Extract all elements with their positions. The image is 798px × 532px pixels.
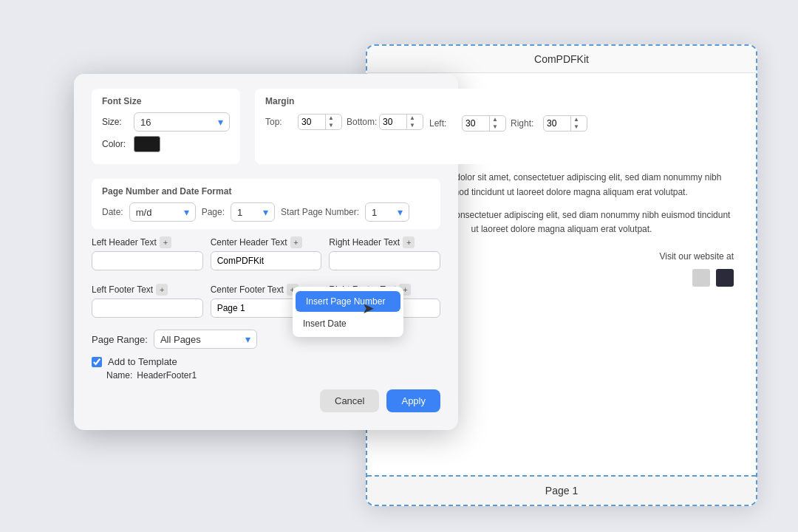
mouse-cursor: ➤ [362, 299, 375, 317]
add-template-label: Add to Template [108, 356, 177, 367]
top-spin[interactable]: ▲ ▼ [298, 114, 342, 130]
right-decrement[interactable]: ▼ [571, 123, 582, 131]
start-dropdown-arrow: ▾ [398, 206, 403, 218]
date-select[interactable]: m/d ▾ [129, 202, 196, 222]
right-label: Right: [511, 118, 539, 129]
right-increment[interactable]: ▲ [571, 116, 582, 123]
size-dropdown-arrow: ▾ [218, 116, 223, 128]
top-input[interactable] [299, 115, 325, 129]
left-header-group: Left Header Text + [92, 236, 203, 270]
add-template-checkbox[interactable] [92, 357, 102, 367]
start-label: Start Page Number: [281, 207, 359, 217]
color-picker[interactable] [134, 136, 160, 152]
date-dropdown-arrow: ▾ [184, 206, 189, 218]
swatch-light [692, 269, 710, 287]
left-label: Left: [429, 118, 457, 129]
size-label: Size: [102, 117, 128, 127]
insert-page-number-option[interactable]: Insert Page Number [296, 291, 400, 312]
color-label: Color: [102, 139, 128, 149]
page-label: Page: [202, 207, 225, 217]
left-footer-add-button[interactable]: + [156, 284, 168, 296]
header-footer-dialog: Font Size Size: 16 ▾ Color: Margin Top: [74, 74, 458, 430]
dialog-footer: Cancel Apply [92, 389, 440, 412]
insert-dropdown: Insert Page Number Insert Date [293, 287, 403, 337]
apply-button[interactable]: Apply [386, 389, 440, 412]
template-name-value: HeaderFooter1 [137, 370, 197, 381]
insert-date-option[interactable]: Insert Date [293, 313, 403, 334]
app-title: ComPDFKit [534, 53, 589, 65]
right-header-input[interactable] [329, 251, 440, 270]
top-decrement[interactable]: ▼ [326, 122, 336, 129]
page-dropdown-arrow: ▾ [263, 206, 268, 218]
template-name-row: Name: HeaderFooter1 [106, 370, 440, 381]
margin-section: Margin Top: ▲ ▼ Bottom: [255, 89, 598, 164]
font-size-label: Font Size [102, 96, 230, 106]
format-section: Page Number and Date Format Date: m/d ▾ … [92, 179, 440, 229]
bottom-label: Bottom: [347, 117, 375, 127]
left-header-input[interactable] [92, 251, 203, 270]
template-name-label: Name: [106, 370, 132, 381]
start-select[interactable]: 1 ▾ [365, 202, 409, 222]
top-label: Top: [265, 117, 293, 127]
right-input[interactable] [544, 116, 570, 131]
page-range-arrow: ▾ [245, 333, 250, 345]
date-label: Date: [102, 207, 123, 217]
center-header-label: Center Header Text [211, 237, 287, 248]
page-range-label: Page Range: [92, 334, 148, 345]
pdf-footer: Page 1 [367, 475, 756, 505]
template-row: Add to Template [92, 356, 440, 367]
right-header-label: Right Header Text [329, 237, 400, 248]
left-footer-label: Left Footer Text [92, 284, 153, 295]
right-spin[interactable]: ▲ ▼ [543, 115, 587, 132]
center-header-add-button[interactable]: + [290, 236, 302, 248]
cancel-button[interactable]: Cancel [320, 389, 379, 412]
bottom-input[interactable] [380, 115, 406, 129]
pdf-watermark: @architecture [755, 368, 757, 414]
left-footer-input[interactable] [92, 299, 203, 318]
size-select[interactable]: 16 ▾ [134, 112, 230, 132]
left-footer-group: Left Footer Text + [92, 284, 203, 318]
format-label: Page Number and Date Format [102, 186, 430, 197]
margin-label: Margin [265, 96, 587, 106]
font-size-section: Font Size Size: 16 ▾ Color: [92, 89, 240, 164]
right-header-group: Right Header Text + [329, 236, 440, 270]
left-increment[interactable]: ▲ [490, 116, 500, 123]
bottom-increment[interactable]: ▲ [407, 115, 417, 122]
left-header-add-button[interactable]: + [160, 236, 171, 248]
bottom-decrement[interactable]: ▼ [407, 122, 417, 129]
center-footer-label: Center Footer Text [211, 284, 284, 295]
center-header-group: Center Header Text + [211, 236, 322, 270]
left-decrement[interactable]: ▼ [490, 123, 500, 131]
bottom-spin[interactable]: ▲ ▼ [379, 114, 423, 130]
pdf-panel-title: ComPDFKit [367, 46, 756, 73]
page-range-select[interactable]: All Pages ▾ [154, 330, 257, 349]
center-header-input[interactable] [211, 251, 322, 270]
left-header-label: Left Header Text [92, 237, 157, 248]
top-increment[interactable]: ▲ [326, 115, 336, 122]
right-header-add-button[interactable]: + [403, 236, 415, 248]
left-input[interactable] [463, 116, 489, 131]
swatch-dark [716, 269, 734, 287]
left-spin[interactable]: ▲ ▼ [462, 115, 506, 132]
page-select[interactable]: 1 ▾ [231, 202, 275, 222]
